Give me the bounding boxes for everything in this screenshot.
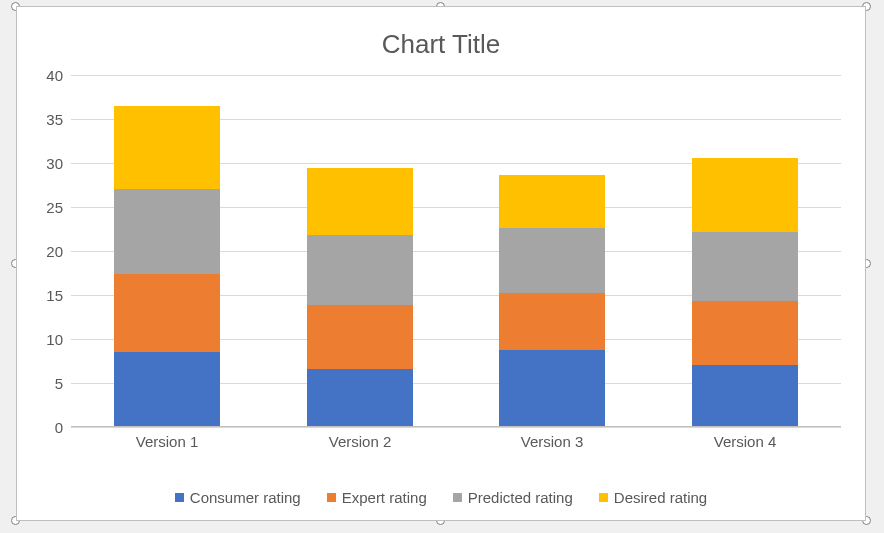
bar-segment[interactable] — [307, 369, 413, 427]
bar-segment[interactable] — [499, 350, 605, 427]
y-tick-label: 15 — [17, 287, 63, 304]
chart-object[interactable]: Chart Title 0510152025303540 Version 1Ve… — [16, 6, 866, 521]
bar-segment[interactable] — [692, 301, 798, 365]
y-tick-label: 5 — [17, 375, 63, 392]
gridline — [71, 75, 841, 76]
legend-item[interactable]: Predicted rating — [453, 489, 573, 506]
bar-segment[interactable] — [307, 305, 413, 369]
bar-segment[interactable] — [499, 175, 605, 228]
legend-swatch-icon — [175, 493, 184, 502]
bar-segment[interactable] — [307, 168, 413, 235]
y-tick-label: 25 — [17, 199, 63, 216]
bar-segment[interactable] — [114, 106, 220, 189]
bar-segment[interactable] — [692, 232, 798, 302]
bar-segment[interactable] — [114, 189, 220, 274]
y-tick-label: 0 — [17, 419, 63, 436]
chart-workspace: Chart Title 0510152025303540 Version 1Ve… — [0, 0, 884, 533]
bar-version-1[interactable] — [114, 106, 220, 427]
bar-segment[interactable] — [499, 293, 605, 349]
legend-swatch-icon — [453, 493, 462, 502]
bar-segment[interactable] — [692, 158, 798, 232]
chart-title[interactable]: Chart Title — [17, 29, 865, 60]
legend-item[interactable]: Expert rating — [327, 489, 427, 506]
legend-label: Desired rating — [614, 489, 707, 506]
x-axis — [71, 426, 841, 427]
x-tick-label: Version 1 — [114, 433, 220, 450]
x-tick-label: Version 4 — [692, 433, 798, 450]
legend-label: Expert rating — [342, 489, 427, 506]
y-tick-label: 20 — [17, 243, 63, 260]
bar-segment[interactable] — [114, 352, 220, 427]
y-tick-label: 10 — [17, 331, 63, 348]
bar-segment[interactable] — [499, 228, 605, 293]
legend-item[interactable]: Consumer rating — [175, 489, 301, 506]
bar-version-4[interactable] — [692, 158, 798, 427]
plot-area[interactable] — [71, 75, 841, 427]
gridline — [71, 427, 841, 428]
x-tick-label: Version 3 — [499, 433, 605, 450]
y-tick-label: 35 — [17, 111, 63, 128]
x-tick-label: Version 2 — [307, 433, 413, 450]
legend-label: Consumer rating — [190, 489, 301, 506]
legend-item[interactable]: Desired rating — [599, 489, 707, 506]
bar-version-2[interactable] — [307, 168, 413, 427]
bar-segment[interactable] — [307, 235, 413, 305]
y-tick-label: 40 — [17, 67, 63, 84]
bar-version-3[interactable] — [499, 175, 605, 427]
legend[interactable]: Consumer ratingExpert ratingPredicted ra… — [17, 489, 865, 506]
legend-label: Predicted rating — [468, 489, 573, 506]
bar-segment[interactable] — [114, 274, 220, 352]
legend-swatch-icon — [599, 493, 608, 502]
bar-segment[interactable] — [692, 365, 798, 427]
legend-swatch-icon — [327, 493, 336, 502]
y-tick-label: 30 — [17, 155, 63, 172]
